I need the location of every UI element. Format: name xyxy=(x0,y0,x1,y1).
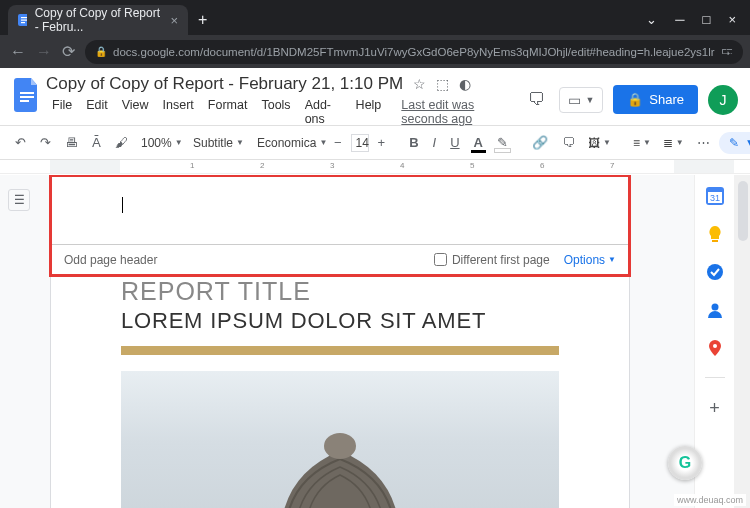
header-options-dropdown[interactable]: Options▼ xyxy=(564,253,616,267)
close-window-icon[interactable]: × xyxy=(728,12,736,27)
vertical-scrollbar[interactable] xyxy=(734,175,750,508)
line-spacing-dropdown[interactable]: ≣▼ xyxy=(659,134,688,152)
undo-icon[interactable]: ↶ xyxy=(10,132,31,153)
maximize-icon[interactable]: □ xyxy=(703,12,711,27)
svg-rect-3 xyxy=(21,22,25,23)
menu-edit[interactable]: Edit xyxy=(80,96,114,128)
menu-help[interactable]: Help xyxy=(350,96,388,128)
present-button[interactable]: ▭▼ xyxy=(559,87,603,113)
text-color-icon[interactable]: A xyxy=(469,132,488,153)
report-subtitle[interactable]: LOREM IPSUM DOLOR SIT AMET xyxy=(121,308,559,334)
svg-rect-1 xyxy=(21,17,27,18)
highlight-color-icon[interactable]: ✎ xyxy=(492,132,513,153)
image-icon: 🖼 xyxy=(588,136,600,150)
horizontal-ruler[interactable]: 1 2 3 4 5 6 7 xyxy=(0,160,750,174)
new-tab-button[interactable]: + xyxy=(188,5,217,35)
insert-link-icon[interactable]: 🔗 xyxy=(527,132,553,153)
zoom-dropdown[interactable]: 100%▼ xyxy=(137,134,175,152)
share-button[interactable]: 🔒 Share xyxy=(613,85,698,114)
svg-rect-6 xyxy=(20,100,29,102)
chevron-down-icon: ▼ xyxy=(585,95,594,105)
font-dropdown[interactable]: Economica▼ xyxy=(253,134,315,152)
svg-point-16 xyxy=(713,344,717,348)
header-editing-area[interactable]: Odd page header Different first page Opt… xyxy=(49,175,631,277)
italic-icon[interactable]: I xyxy=(428,132,442,153)
star-doc-icon[interactable]: ☆ xyxy=(413,76,426,92)
docs-favicon xyxy=(18,14,27,26)
font-size-increase[interactable]: + xyxy=(373,132,391,153)
move-doc-icon[interactable]: ⬚ xyxy=(436,76,449,92)
svg-text:31: 31 xyxy=(709,193,719,203)
back-icon[interactable]: ← xyxy=(10,43,26,61)
font-size-input[interactable]: 14 xyxy=(351,134,369,152)
account-avatar[interactable]: J xyxy=(708,85,738,115)
browser-tab-strip: Copy of Copy of Report - Febru... × + ⌄ … xyxy=(0,0,750,35)
lock-icon: 🔒 xyxy=(627,92,643,107)
line-spacing-icon: ≣ xyxy=(663,136,673,150)
insert-image-dropdown[interactable]: 🖼▼ xyxy=(584,134,615,152)
menu-tools[interactable]: Tools xyxy=(255,96,296,128)
bold-icon[interactable]: B xyxy=(404,132,423,153)
minimize-icon[interactable]: ─ xyxy=(675,12,684,27)
comments-icon[interactable]: 🗨 xyxy=(524,86,549,114)
print-icon[interactable]: 🖶 xyxy=(60,132,83,153)
outline-toggle-icon[interactable]: ☰ xyxy=(8,189,30,211)
spellcheck-icon[interactable]: Ᾱ xyxy=(87,132,106,153)
window-controls: ⌄ ─ □ × xyxy=(646,12,750,35)
document-page[interactable]: Odd page header Different first page Opt… xyxy=(50,175,630,508)
contacts-icon[interactable] xyxy=(706,301,724,319)
document-canvas: ☰ Odd page header Different first page O… xyxy=(0,175,734,508)
forward-icon: → xyxy=(36,43,52,61)
align-dropdown[interactable]: ≡▼ xyxy=(629,134,655,152)
lock-icon: 🔒 xyxy=(95,46,107,57)
add-comment-icon[interactable]: 🗨 xyxy=(557,132,580,153)
docs-logo[interactable] xyxy=(10,74,44,118)
menu-addons[interactable]: Add-ons xyxy=(299,96,348,128)
pencil-icon: ✎ xyxy=(729,136,739,150)
reload-icon[interactable]: ⟳ xyxy=(62,42,75,61)
beanie-illustration xyxy=(240,391,440,508)
present-icon: ▭ xyxy=(568,92,581,108)
menu-insert[interactable]: Insert xyxy=(157,96,200,128)
toolbar: ↶ ↷ 🖶 Ᾱ 🖌 100%▼ Subtitle▼ Economica▼ − 1… xyxy=(0,126,750,160)
font-size-decrease[interactable]: − xyxy=(329,132,347,153)
menu-bar: File Edit View Insert Format Tools Add-o… xyxy=(46,96,524,128)
svg-rect-13 xyxy=(712,240,718,242)
chevron-down-icon[interactable]: ⌄ xyxy=(646,12,657,27)
svg-rect-4 xyxy=(20,92,34,94)
grammarly-badge[interactable]: G xyxy=(668,446,702,480)
more-tools-icon[interactable]: ⋯ xyxy=(692,132,715,153)
align-icon: ≡ xyxy=(633,136,640,150)
last-edit-link[interactable]: Last edit was seconds ago xyxy=(395,96,524,128)
docs-header: Copy of Copy of Report - February 21, 1:… xyxy=(0,68,750,126)
divider-bar xyxy=(121,346,559,355)
menu-view[interactable]: View xyxy=(116,96,155,128)
paragraph-style-dropdown[interactable]: Subtitle▼ xyxy=(189,134,239,152)
menu-file[interactable]: File xyxy=(46,96,78,128)
cloud-status-icon[interactable]: ◐ xyxy=(459,76,471,92)
add-addon-icon[interactable]: + xyxy=(709,398,720,419)
tab-title: Copy of Copy of Report - Febru... xyxy=(35,6,163,34)
share-url-icon[interactable]: ⮓ xyxy=(721,46,733,58)
document-body[interactable]: REPORT TITLE LOREM IPSUM DOLOR SIT AMET xyxy=(51,275,629,508)
tasks-icon[interactable] xyxy=(706,263,724,281)
checkbox-input[interactable] xyxy=(434,253,447,266)
calendar-icon[interactable]: 31 xyxy=(706,187,724,205)
paint-format-icon[interactable]: 🖌 xyxy=(110,132,133,153)
keep-icon[interactable] xyxy=(706,225,724,243)
address-bar: ← → ⟳ 🔒 docs.google.com/document/d/1BNDM… xyxy=(0,35,750,68)
editing-mode-button[interactable]: ✎▼ xyxy=(719,132,750,154)
url-input[interactable]: 🔒 docs.google.com/document/d/1BNDM25FTmv… xyxy=(85,40,743,64)
menu-format[interactable]: Format xyxy=(202,96,254,128)
document-image[interactable] xyxy=(121,371,559,508)
header-content[interactable] xyxy=(52,179,628,244)
scrollbar-thumb[interactable] xyxy=(738,181,748,241)
browser-tab-active[interactable]: Copy of Copy of Report - Febru... × xyxy=(8,5,188,35)
different-first-page-checkbox[interactable]: Different first page xyxy=(434,253,550,267)
underline-icon[interactable]: U xyxy=(445,132,464,153)
maps-icon[interactable] xyxy=(706,339,724,357)
redo-icon[interactable]: ↷ xyxy=(35,132,56,153)
document-title[interactable]: Copy of Copy of Report - February 21, 1:… xyxy=(46,74,403,94)
report-title[interactable]: REPORT TITLE xyxy=(121,277,559,306)
tab-close-icon[interactable]: × xyxy=(170,13,178,28)
